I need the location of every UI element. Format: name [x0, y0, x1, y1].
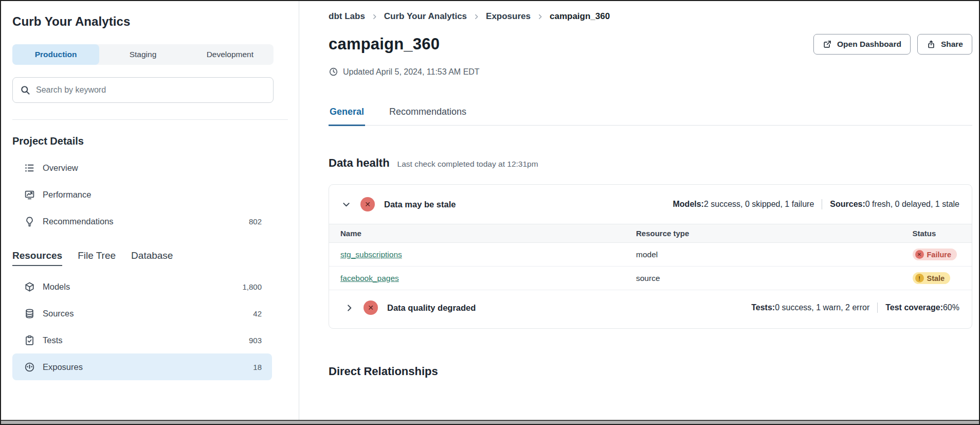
coverage-summary-text: 60% — [943, 303, 959, 312]
sidebar-item-performance[interactable]: Performance — [12, 181, 272, 208]
search-input[interactable] — [36, 85, 266, 95]
coverage-summary-label: Test coverage: — [885, 303, 943, 312]
breadcrumb-item-account[interactable]: dbt Labs — [329, 11, 365, 22]
project-details-heading: Project Details — [12, 135, 274, 147]
sidebar-item-label: Performance — [43, 190, 91, 200]
resources-list: Models 1,800 Sources 42 — [12, 273, 274, 380]
list-icon — [24, 163, 35, 173]
table-header-row: Name Resource type Status — [329, 224, 972, 243]
detail-tabs: General Recommendations — [329, 107, 972, 126]
status-badge-stale: ! Stale — [913, 272, 951, 284]
env-tab-staging[interactable]: Staging — [99, 44, 186, 65]
column-header-name: Name — [329, 224, 625, 243]
open-dashboard-label: Open Dashboard — [837, 40, 901, 49]
tests-summary-text: 0 success, 1 warn, 2 error — [775, 303, 869, 312]
chevron-down-icon[interactable] — [340, 199, 352, 210]
sources-summary-text: 0 fresh, 0 delayed, 1 stale — [865, 200, 959, 209]
summary-divider — [877, 303, 878, 313]
stale-section-summary: Models: 2 success, 0 skipped, 1 failure … — [673, 199, 960, 209]
breadcrumb-item-exposures[interactable]: Exposures — [486, 11, 531, 22]
share-label: Share — [941, 40, 963, 49]
open-dashboard-button[interactable]: Open Dashboard — [813, 34, 911, 55]
sidebar-item-label: Recommendations — [43, 217, 114, 226]
quality-section-summary: Tests: 0 success, 1 warn, 2 error Test c… — [751, 303, 959, 313]
stale-resources-table: Name Resource type Status stg_subscripti… — [329, 224, 972, 290]
sidebar-item-exposures[interactable]: Exposures 18 — [12, 353, 272, 380]
tab-database[interactable]: Database — [131, 250, 173, 266]
external-link-icon — [823, 40, 832, 49]
breadcrumb-item-current: campaign_360 — [550, 11, 610, 22]
table-row: facebook_pages source ! Stale — [329, 267, 972, 290]
last-check-text: Last check completed today at 12:31pm — [397, 160, 538, 169]
item-count: 802 — [249, 217, 262, 226]
resource-link-stg-subscriptions[interactable]: stg_subscriptions — [340, 250, 402, 259]
updated-timestamp: Updated April 5, 2024, 11:53 AM EDT — [329, 67, 972, 77]
performance-chart-icon — [24, 189, 35, 200]
resource-link-facebook-pages[interactable]: facebook_pages — [340, 274, 399, 282]
breadcrumb-item-project[interactable]: Curb Your Analytics — [384, 11, 467, 22]
gauge-icon — [24, 362, 35, 373]
chevron-right-icon[interactable] — [343, 302, 355, 314]
status-badge-failure: ✕ Failure — [913, 249, 957, 260]
resource-type-cell: model — [625, 243, 901, 267]
error-status-icon: ✕ — [360, 197, 375, 211]
data-health-heading: Data health — [329, 156, 390, 170]
sidebar-item-overview[interactable]: Overview — [12, 154, 272, 181]
item-count: 42 — [253, 309, 262, 318]
stale-section-title: Data may be stale — [384, 200, 456, 209]
tab-resources[interactable]: Resources — [12, 250, 62, 266]
summary-divider — [822, 199, 822, 209]
item-count: 18 — [253, 363, 262, 371]
sidebar-item-tests[interactable]: Tests 903 — [12, 327, 272, 353]
chevron-right-icon — [371, 13, 378, 20]
tests-summary-label: Tests: — [751, 303, 775, 312]
tab-file-tree[interactable]: File Tree — [78, 250, 116, 266]
share-icon — [927, 40, 936, 49]
failure-x-icon: ✕ — [915, 250, 924, 259]
window-bottom-edge — [1, 420, 979, 424]
error-status-icon: ✕ — [364, 300, 378, 315]
models-summary-label: Models: — [673, 200, 704, 209]
models-summary-text: 2 success, 0 skipped, 1 failure — [704, 200, 814, 209]
item-count: 903 — [249, 336, 262, 345]
updated-text: Updated April 5, 2024, 11:53 AM EDT — [343, 67, 480, 77]
tab-general[interactable]: General — [329, 107, 365, 126]
env-tab-production[interactable]: Production — [12, 44, 99, 65]
sidebar-item-sources[interactable]: Sources 42 — [12, 300, 272, 327]
search-icon — [20, 85, 30, 95]
search-box[interactable] — [12, 77, 274, 103]
resource-browser-tabs: Resources File Tree Database — [12, 250, 274, 266]
quality-section-header[interactable]: ✕ Data quality degraded Tests: 0 success… — [329, 290, 972, 328]
column-header-type: Resource type — [625, 224, 901, 243]
page-title: campaign_360 — [329, 35, 440, 54]
breadcrumb: dbt Labs Curb Your Analytics Exposures c… — [329, 11, 972, 22]
sidebar-item-recommendations[interactable]: Recommendations 802 — [12, 208, 272, 235]
share-button[interactable]: Share — [917, 34, 972, 55]
sidebar-divider — [12, 119, 288, 120]
database-icon — [24, 308, 35, 319]
status-badge-label: Stale — [927, 274, 945, 282]
column-header-status: Status — [901, 224, 972, 243]
tab-recommendations[interactable]: Recommendations — [388, 107, 467, 126]
project-title: Curb Your Analytics — [12, 14, 274, 29]
status-badge-label: Failure — [927, 251, 952, 259]
clipboard-check-icon — [24, 335, 35, 346]
table-row: stg_subscriptions model ✕ Failure — [329, 243, 972, 267]
sidebar-item-label: Sources — [43, 309, 74, 318]
direct-relationships-heading: Direct Relationships — [329, 365, 972, 378]
clock-icon — [329, 67, 338, 77]
data-health-card: ✕ Data may be stale Models: 2 success, 0… — [329, 184, 972, 329]
lightbulb-icon — [24, 216, 35, 227]
stale-exclamation-icon: ! — [915, 274, 924, 282]
cube-icon — [24, 281, 35, 292]
sidebar-item-label: Exposures — [43, 362, 83, 372]
stale-section-header[interactable]: ✕ Data may be stale Models: 2 success, 0… — [329, 185, 972, 224]
chevron-right-icon — [537, 13, 543, 20]
sidebar-item-models[interactable]: Models 1,800 — [12, 273, 272, 300]
env-tab-development[interactable]: Development — [187, 44, 274, 65]
chevron-right-icon — [473, 13, 480, 20]
main-content: dbt Labs Curb Your Analytics Exposures c… — [299, 1, 980, 424]
item-count: 1,800 — [242, 282, 262, 291]
resource-type-cell: source — [625, 267, 901, 290]
sidebar-item-label: Tests — [43, 335, 63, 345]
